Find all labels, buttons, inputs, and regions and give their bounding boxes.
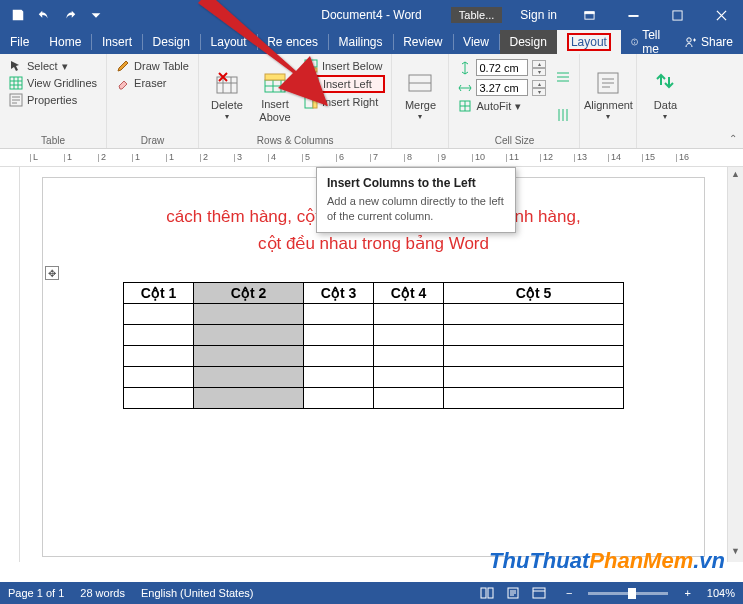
tab-insert[interactable]: Insert xyxy=(92,30,142,54)
title-bar: Document4 - Word Table... Sign in xyxy=(0,0,743,30)
table-cell[interactable] xyxy=(444,346,624,367)
alignment-menu[interactable]: Alignment▾ xyxy=(586,58,630,133)
insert-left[interactable]: Insert Left xyxy=(301,75,386,93)
ribbon-display-options[interactable] xyxy=(569,0,609,30)
delete-menu[interactable]: Delete▾ xyxy=(205,58,249,133)
vertical-scrollbar[interactable]: ▲ ▼ xyxy=(727,167,743,562)
row-height[interactable]: ▴▾ xyxy=(455,58,549,77)
table-header-cell[interactable]: Cột 4 xyxy=(374,283,444,304)
table-cell[interactable] xyxy=(374,388,444,409)
tab-table-layout[interactable]: Layout xyxy=(557,30,621,54)
zoom-slider[interactable] xyxy=(588,592,668,595)
table-cell[interactable] xyxy=(374,304,444,325)
insert-right[interactable]: Insert Right xyxy=(301,94,386,110)
ruler-horizontal[interactable]: L12112345678910111213141516 xyxy=(0,149,743,167)
tab-design[interactable]: Design xyxy=(143,30,200,54)
merge-menu[interactable]: Merge▾ xyxy=(398,58,442,133)
ribbon: Select ▾ View Gridlines Properties Table… xyxy=(0,54,743,149)
select-menu[interactable]: Select ▾ xyxy=(6,58,100,74)
spin-up[interactable]: ▴ xyxy=(532,60,546,68)
tab-view[interactable]: View xyxy=(453,30,499,54)
distribute-rows[interactable] xyxy=(553,69,573,85)
table-cell[interactable] xyxy=(124,304,194,325)
table-header-cell[interactable]: Cột 2 xyxy=(194,283,304,304)
zoom-out[interactable]: − xyxy=(566,587,572,599)
tab-file[interactable]: File xyxy=(0,30,39,54)
width-input[interactable] xyxy=(476,79,528,96)
print-layout-view[interactable] xyxy=(502,584,524,602)
tab-review[interactable]: Review xyxy=(393,30,452,54)
save-button[interactable] xyxy=(6,3,30,27)
table-cell[interactable] xyxy=(124,346,194,367)
table-cell[interactable] xyxy=(444,304,624,325)
tab-home[interactable]: Home xyxy=(39,30,91,54)
spin-down[interactable]: ▾ xyxy=(532,88,546,96)
scroll-down[interactable]: ▼ xyxy=(731,546,740,560)
insert-above[interactable]: Insert Above xyxy=(253,58,297,133)
read-mode-view[interactable] xyxy=(476,584,498,602)
table-cell[interactable] xyxy=(194,346,304,367)
insert-below[interactable]: Insert Below xyxy=(301,58,386,74)
eraser[interactable]: Eraser xyxy=(113,75,192,91)
table-cell[interactable] xyxy=(124,325,194,346)
spin-down[interactable]: ▾ xyxy=(532,68,546,76)
table-cell[interactable] xyxy=(194,325,304,346)
tab-mailings[interactable]: Mailings xyxy=(329,30,393,54)
data-menu[interactable]: Data▾ xyxy=(643,58,687,133)
table-cell[interactable] xyxy=(304,346,374,367)
language-indicator[interactable]: English (United States) xyxy=(141,587,254,599)
table-cell[interactable] xyxy=(194,304,304,325)
tab-layout[interactable]: Layout xyxy=(201,30,257,54)
scroll-up[interactable]: ▲ xyxy=(731,169,740,183)
tell-me[interactable]: Tell me xyxy=(621,28,675,56)
undo-button[interactable] xyxy=(32,3,56,27)
draw-table[interactable]: Draw Table xyxy=(113,58,192,74)
table-cell[interactable] xyxy=(374,367,444,388)
zoom-level[interactable]: 104% xyxy=(707,587,735,599)
word-count[interactable]: 28 words xyxy=(80,587,125,599)
document-table[interactable]: Cột 1Cột 2Cột 3Cột 4Cột 5 xyxy=(123,282,624,409)
col-width[interactable]: ▴▾ xyxy=(455,78,549,97)
sign-in-link[interactable]: Sign in xyxy=(512,8,565,22)
tab-table-design[interactable]: Design xyxy=(500,30,557,54)
table-cell[interactable] xyxy=(374,346,444,367)
svg-rect-17 xyxy=(313,96,317,108)
spin-up[interactable]: ▴ xyxy=(532,80,546,88)
qat-customize[interactable] xyxy=(84,3,108,27)
close-button[interactable] xyxy=(701,0,741,30)
properties[interactable]: Properties xyxy=(6,92,100,108)
ruler-vertical[interactable] xyxy=(0,167,20,562)
table-cell[interactable] xyxy=(304,367,374,388)
table-header-cell[interactable]: Cột 5 xyxy=(444,283,624,304)
table-cell[interactable] xyxy=(124,388,194,409)
minimize-button[interactable] xyxy=(613,0,653,30)
autofit[interactable]: AutoFit ▾ xyxy=(455,98,549,114)
table-header-cell[interactable]: Cột 1 xyxy=(124,283,194,304)
table-cell[interactable] xyxy=(194,388,304,409)
table-cell[interactable] xyxy=(304,388,374,409)
svg-rect-16 xyxy=(305,96,313,108)
table-move-handle[interactable]: ✥ xyxy=(45,266,59,280)
table-cell[interactable] xyxy=(444,367,624,388)
table-cell[interactable] xyxy=(304,304,374,325)
table-cell[interactable] xyxy=(304,325,374,346)
share-button[interactable]: Share xyxy=(675,35,743,49)
view-gridlines[interactable]: View Gridlines xyxy=(6,75,100,91)
page-indicator[interactable]: Page 1 of 1 xyxy=(8,587,64,599)
table-cell[interactable] xyxy=(374,325,444,346)
eraser-icon xyxy=(116,76,130,90)
table-cell[interactable] xyxy=(124,367,194,388)
table-header-cell[interactable]: Cột 3 xyxy=(304,283,374,304)
web-layout-view[interactable] xyxy=(528,584,550,602)
redo-button[interactable] xyxy=(58,3,82,27)
height-input[interactable] xyxy=(476,59,528,76)
table-cell[interactable] xyxy=(444,388,624,409)
distribute-cols[interactable] xyxy=(553,107,573,123)
maximize-button[interactable] xyxy=(657,0,697,30)
zoom-in[interactable]: + xyxy=(684,587,690,599)
zoom-handle[interactable] xyxy=(628,588,636,599)
table-cell[interactable] xyxy=(194,367,304,388)
collapse-ribbon[interactable]: ⌃ xyxy=(729,133,737,144)
tab-references[interactable]: Re ences xyxy=(257,30,328,54)
table-cell[interactable] xyxy=(444,325,624,346)
